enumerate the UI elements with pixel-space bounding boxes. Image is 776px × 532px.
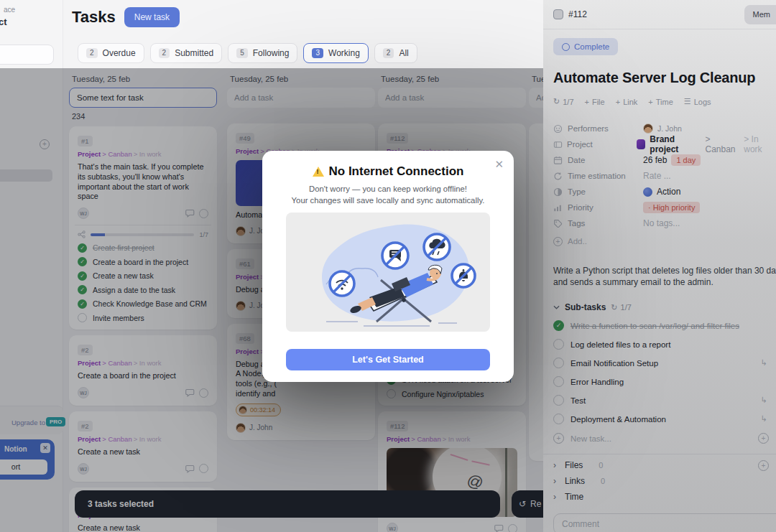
new-task-button[interactable]: New task: [124, 7, 180, 27]
add-time-button[interactable]: +Time: [648, 98, 673, 106]
task-card[interactable]: #2 Project> Canban> In work Create a new…: [69, 411, 217, 482]
subtasks-header[interactable]: Sub-tasks ↻1/7: [553, 302, 776, 312]
restore-label: Re: [530, 499, 541, 509]
import-button[interactable]: ort: [0, 459, 47, 475]
subtask-progress[interactable]: ↻1/7: [553, 97, 574, 106]
subtask-row[interactable]: Error Handling: [553, 376, 776, 387]
selection-bar: 3 tasks selected: [75, 490, 500, 518]
checkbox-checked-icon[interactable]: ✓: [78, 243, 87, 253]
pro-badge: PRO: [46, 417, 65, 426]
field-label: Project: [567, 140, 637, 149]
field-time-estimation[interactable]: Time estimation Rate ...: [553, 168, 776, 184]
crumb-project: Project: [78, 150, 101, 158]
filter-following[interactable]: 5Following: [228, 43, 297, 63]
section-count: 0: [601, 477, 605, 485]
subtask-row[interactable]: ✓Assign a date to the task: [78, 285, 208, 294]
subtask-row[interactable]: ✓Check Knowledge Base and CRM: [78, 299, 208, 309]
checkbox-checked-icon[interactable]: ✓: [78, 271, 87, 281]
checkbox-icon[interactable]: [553, 395, 564, 406]
breadcrumb: Project> Canban> In work: [78, 435, 208, 443]
add-link-button[interactable]: +Link: [616, 98, 638, 106]
chevron-right-icon: ›: [553, 460, 565, 470]
comment-input[interactable]: [553, 513, 776, 532]
subtask-row[interactable]: Configure Nginx/iptables: [387, 389, 517, 398]
complete-circle-icon: [562, 43, 570, 51]
field-date[interactable]: Date 26 feb1 day: [553, 152, 776, 168]
task-card[interactable]: #2 Project> Canban> In work Create a boa…: [69, 335, 217, 406]
timer-badge[interactable]: 00:32:14: [236, 403, 281, 416]
task-description[interactable]: Write a Python script that deletes log f…: [553, 265, 776, 288]
sidebar-search-input[interactable]: [0, 45, 54, 65]
crumb-status: > In work: [134, 150, 162, 158]
filter-all[interactable]: 2All: [374, 43, 417, 63]
crumb-board: > Canban: [102, 435, 131, 443]
plus-icon: +: [585, 98, 589, 106]
checkbox-icon[interactable]: [553, 414, 564, 424]
links-section[interactable]: › Links 0: [553, 473, 776, 489]
subtask-arrow-icon[interactable]: ↳: [761, 396, 767, 405]
checkbox-checked-icon[interactable]: ✓: [553, 320, 564, 331]
filter-working[interactable]: 3Working: [303, 43, 368, 63]
subtask-row[interactable]: Email Notification Setup↳: [553, 358, 776, 368]
subtask-row[interactable]: Log deleted files to a report: [553, 339, 776, 350]
new-subtask-row[interactable]: + New task... +: [553, 433, 776, 444]
add-task-input[interactable]: [69, 88, 217, 108]
subtask-row[interactable]: ✓Create first project: [78, 243, 208, 253]
close-icon[interactable]: ✕: [40, 443, 50, 453]
column-date: Tuesday, 25 feb: [381, 75, 523, 83]
bell-off-icon: [452, 264, 475, 287]
checkbox-icon[interactable]: [78, 313, 87, 322]
subtask-row[interactable]: Deployment & Automation↳: [553, 414, 776, 424]
upgrade-label[interactable]: Upgrade to: [11, 419, 45, 426]
close-icon[interactable]: ✕: [494, 158, 504, 171]
comment-icon[interactable]: [185, 465, 195, 473]
task-checkbox[interactable]: [199, 209, 208, 218]
subtask-arrow-icon[interactable]: ↳: [761, 414, 767, 424]
checkbox-checked-icon[interactable]: ✓: [78, 285, 87, 294]
field-priority[interactable]: Priority · High priority: [553, 200, 776, 215]
task-checkbox[interactable]: [199, 388, 208, 398]
add-task-input[interactable]: [378, 88, 526, 108]
field-tags[interactable]: Tags No tags...: [553, 215, 776, 231]
filter-overdue[interactable]: 2Overdue: [78, 43, 144, 63]
subtask-label: Create a new task: [93, 271, 154, 280]
task-checkbox[interactable]: [508, 524, 517, 532]
task-card[interactable]: #1 Project> Canban> In work That's the m…: [69, 126, 217, 330]
checkbox-icon[interactable]: [387, 389, 396, 398]
add-task-input[interactable]: [227, 88, 375, 108]
checkbox-icon[interactable]: [553, 339, 564, 350]
time-section[interactable]: › Time: [553, 489, 776, 505]
checkbox-checked-icon[interactable]: ✓: [78, 257, 87, 266]
field-type[interactable]: Type Action: [553, 184, 776, 200]
comment-icon[interactable]: [185, 209, 195, 218]
complete-button[interactable]: Complete: [553, 38, 618, 55]
task-checkbox[interactable]: [199, 464, 208, 473]
comment-icon[interactable]: [185, 388, 195, 397]
members-button[interactable]: Mem: [744, 5, 776, 24]
add-file-button[interactable]: +File: [585, 98, 605, 106]
subtask-arrow-icon[interactable]: ↳: [761, 358, 767, 368]
field-project[interactable]: Project Brand project> Canban> In work: [553, 136, 776, 152]
checkbox-icon[interactable]: [553, 358, 564, 368]
comment-icon[interactable]: [494, 524, 504, 532]
checkbox-checked-icon[interactable]: ✓: [78, 299, 87, 309]
add-subtask-icon[interactable]: +: [758, 433, 769, 444]
get-started-button[interactable]: Let's Get Started: [286, 349, 490, 370]
sidebar-selected-item[interactable]: [0, 169, 52, 182]
refresh-icon: ↻: [553, 97, 560, 106]
add-field-row[interactable]: + Add..: [553, 233, 776, 249]
subtask-row[interactable]: ✓Write a function to scan /var/log/ and …: [553, 320, 776, 331]
crumb-board: > Canban: [411, 435, 440, 443]
logs-button[interactable]: ☰Logs: [684, 97, 711, 106]
field-list: Performers J. John Project Brand project…: [553, 121, 776, 249]
add-file-icon[interactable]: +: [758, 460, 769, 471]
files-section[interactable]: › Files 0 +: [553, 457, 776, 473]
checkbox-icon[interactable]: [553, 376, 564, 387]
subtask-row[interactable]: Test↳: [553, 395, 776, 406]
type-value: Action: [657, 187, 680, 197]
filter-submitted[interactable]: 2Submitted: [150, 43, 223, 63]
subtask-row[interactable]: ✓Create a new task: [78, 271, 208, 281]
subtask-row[interactable]: Invite members: [78, 313, 208, 322]
subtask-row[interactable]: ✓Create a board in the project: [78, 257, 208, 266]
sidebar-add-icon[interactable]: +: [40, 139, 50, 149]
